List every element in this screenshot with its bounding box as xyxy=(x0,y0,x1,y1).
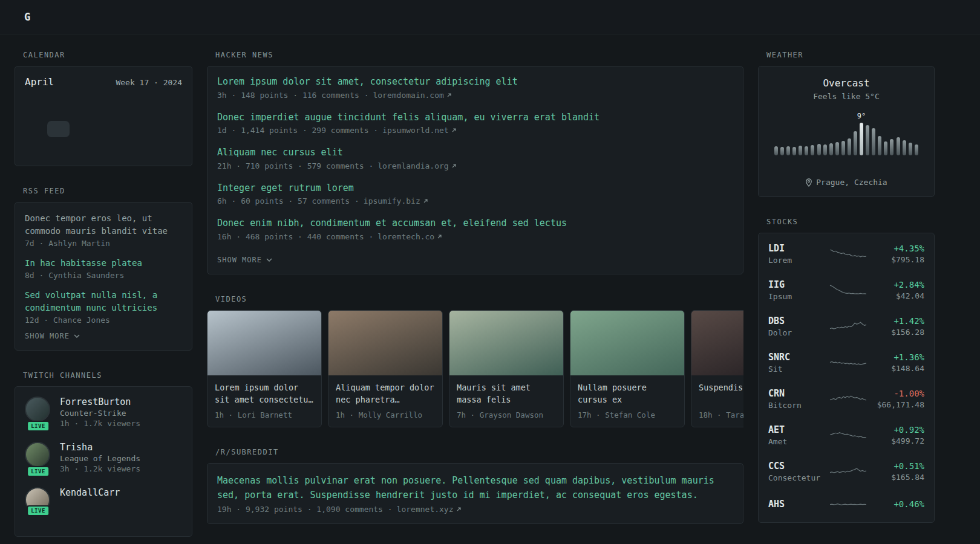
stock-sparkline xyxy=(829,355,867,371)
video-meta: 1h · Molly Carrillo xyxy=(336,410,435,419)
video-title[interactable]: Mauris sit amet massa felis xyxy=(457,381,556,407)
hn-item-meta: 16h · 468 points · 440 comments · xyxy=(217,232,373,241)
stock-name: Bitcorn xyxy=(768,401,829,410)
rss-item-title[interactable]: Sed volutpat nulla nisl, a condimentum n… xyxy=(25,289,182,314)
hn-item-domain: loremdomain.com xyxy=(373,91,443,100)
middle-column: HACKER NEWS Lorem ipsum dolor sit amet, … xyxy=(207,51,743,524)
rss-item: Sed volutpat nulla nisl, a condimentum n… xyxy=(25,289,182,325)
rss-item-title[interactable]: Donec tempor eros leo, ut commodo mauris… xyxy=(25,212,182,238)
video-card[interactable]: Aliquam tempor dolor nec pharetra… 1h · … xyxy=(328,310,443,427)
calendar-day xyxy=(92,121,114,137)
weather-hour-bar: 9° xyxy=(860,123,863,155)
channel-name[interactable]: KendallCarr xyxy=(60,487,120,498)
stock-sparkline xyxy=(829,497,867,513)
hn-item-title[interactable]: Donec enim nibh, condimentum et accumsan… xyxy=(217,218,733,230)
stock-sparkline xyxy=(829,282,867,298)
chevron-down-icon xyxy=(74,334,80,338)
video-thumbnail[interactable] xyxy=(328,311,442,375)
twitch-widget: TWITCH CHANNELS LIVE ForrestBurton Count… xyxy=(15,371,192,537)
hn-item-domain: ipsumify.biz xyxy=(364,196,420,206)
avatar[interactable] xyxy=(25,397,50,422)
stock-row[interactable]: DBS Dolor +1.42% $156.28 xyxy=(768,308,924,345)
hn-item: Integer eget rutrum lorem 6h · 60 points… xyxy=(217,183,733,206)
show-more-label: SHOW MORE xyxy=(217,256,262,264)
video-thumbnail[interactable] xyxy=(207,311,321,375)
video-card[interactable]: Mauris sit amet massa felis 7h · Grayson… xyxy=(449,310,564,427)
channel-avatar[interactable]: LIVE xyxy=(25,442,51,473)
stock-symbol: IIG xyxy=(768,279,829,290)
calendar-week-year: Week 17 · 2024 xyxy=(116,78,182,87)
stock-row[interactable]: CRN Bitcorn -1.00% $66,171.48 xyxy=(768,381,924,417)
stock-change: +2.84% xyxy=(867,280,924,290)
stock-sparkline xyxy=(829,391,867,407)
hn-show-more-button[interactable]: SHOW MORE xyxy=(217,256,272,264)
weather-hour-bar xyxy=(848,138,851,155)
stock-row[interactable]: CCS Consectetur +0.51% $165.84 xyxy=(768,453,924,490)
video-card[interactable]: Lorem ipsum dolor sit amet consectetu… 1… xyxy=(207,310,322,427)
app-logo[interactable]: G xyxy=(24,11,30,23)
calendar-day xyxy=(47,140,70,156)
video-thumbnail[interactable] xyxy=(570,311,684,375)
weather-hour-bar xyxy=(915,144,918,155)
video-title[interactable]: Aliquam tempor dolor nec pharetra… xyxy=(336,381,435,407)
stock-row[interactable]: AHS +0.46% xyxy=(768,490,924,520)
hn-item-domain: ipsumworld.net xyxy=(382,126,449,135)
stock-price: $42.04 xyxy=(867,291,924,300)
rss-item-title[interactable]: In hac habitasse platea xyxy=(25,257,182,270)
calendar-day xyxy=(25,102,47,118)
rss-show-more-button[interactable]: SHOW MORE xyxy=(25,332,80,340)
video-title[interactable]: Lorem ipsum dolor sit amet consectetu… xyxy=(215,381,314,407)
avatar[interactable] xyxy=(25,442,50,467)
live-badge: LIVE xyxy=(27,421,50,432)
hacker-news-widget: HACKER NEWS Lorem ipsum dolor sit amet, … xyxy=(207,51,743,274)
channel-name[interactable]: ForrestBurton xyxy=(60,397,140,407)
stock-price: $165.84 xyxy=(867,473,924,482)
hn-item-domain-link[interactable]: loremlandia.org xyxy=(377,161,456,170)
hn-item-title[interactable]: Aliquam nec cursus elit xyxy=(217,147,733,159)
location-pin-icon xyxy=(805,178,812,187)
top-nav: G xyxy=(0,0,980,34)
chevron-down-icon xyxy=(266,258,272,262)
hn-item-domain-link[interactable]: ipsumworld.net xyxy=(382,126,457,135)
hn-item-domain: loremlandia.org xyxy=(377,161,448,170)
subreddit-post-title[interactable]: Maecenas mollis pulvinar erat non posuer… xyxy=(217,473,733,502)
hn-item-domain-link[interactable]: ipsumify.biz xyxy=(364,196,428,206)
video-meta: 1h · Lori Barnett xyxy=(215,410,314,419)
stock-name: Ipsum xyxy=(768,292,829,301)
hn-item-title[interactable]: Lorem ipsum dolor sit amet, consectetur … xyxy=(217,76,733,88)
channel-name[interactable]: Trisha xyxy=(60,442,140,453)
video-card[interactable]: Nullam posuere cursus ex 17h · Stefan Co… xyxy=(570,310,685,427)
stock-row[interactable]: LDI Lorem +4.35% $795.18 xyxy=(768,236,924,272)
stock-change: +4.35% xyxy=(867,244,924,253)
hn-item-title[interactable]: Integer eget rutrum lorem xyxy=(217,183,733,195)
rss-item-meta: 8d · Cynthia Saunders xyxy=(25,271,182,280)
hn-item-domain-link[interactable]: loremtech.co xyxy=(377,232,442,241)
stock-row[interactable]: SNRC Sit +1.36% $148.64 xyxy=(768,345,924,381)
rss-item-meta: 12d · Chance Jones xyxy=(25,316,182,325)
video-thumbnail[interactable] xyxy=(449,311,563,375)
external-link-icon xyxy=(446,92,452,98)
stock-row[interactable]: IIG Ipsum +2.84% $42.04 xyxy=(768,272,924,308)
weather-hour-bar xyxy=(829,143,833,155)
calendar-day xyxy=(160,121,182,137)
video-thumbnail[interactable] xyxy=(691,311,743,375)
video-title[interactable]: Suspendisse diam xyxy=(699,381,743,407)
hn-item-title[interactable]: Donec imperdiet augue tincidunt felis al… xyxy=(217,112,733,124)
video-card[interactable]: Suspendisse diam 18h · Tara xyxy=(691,310,743,427)
channel-avatar[interactable]: LIVE xyxy=(25,487,51,513)
video-row: Lorem ipsum dolor sit amet consectetu… 1… xyxy=(207,310,743,427)
twitch-channel: LIVE Trisha League of Legends 3h · 1.2k … xyxy=(25,442,182,473)
subreddit-post-domain-link[interactable]: loremnet.xyz xyxy=(397,505,462,514)
video-title[interactable]: Nullam posuere cursus ex xyxy=(578,381,677,407)
hn-card: Lorem ipsum dolor sit amet, consectetur … xyxy=(207,66,743,274)
stock-row[interactable]: AET Amet +0.92% $499.72 xyxy=(768,417,924,453)
stock-price: $499.72 xyxy=(867,436,924,445)
hn-item-domain-link[interactable]: loremdomain.com xyxy=(373,91,451,100)
stock-change: -1.00% xyxy=(867,389,924,398)
channel-avatar[interactable]: LIVE xyxy=(25,397,51,428)
weather-hour-bar xyxy=(780,147,784,155)
calendar-day xyxy=(115,121,137,137)
channel-category[interactable]: League of Legends xyxy=(60,454,140,463)
channel-category[interactable]: Counter-Strike xyxy=(60,409,140,418)
subreddit-widget-title: /R/SUBREDDIT xyxy=(207,448,743,456)
